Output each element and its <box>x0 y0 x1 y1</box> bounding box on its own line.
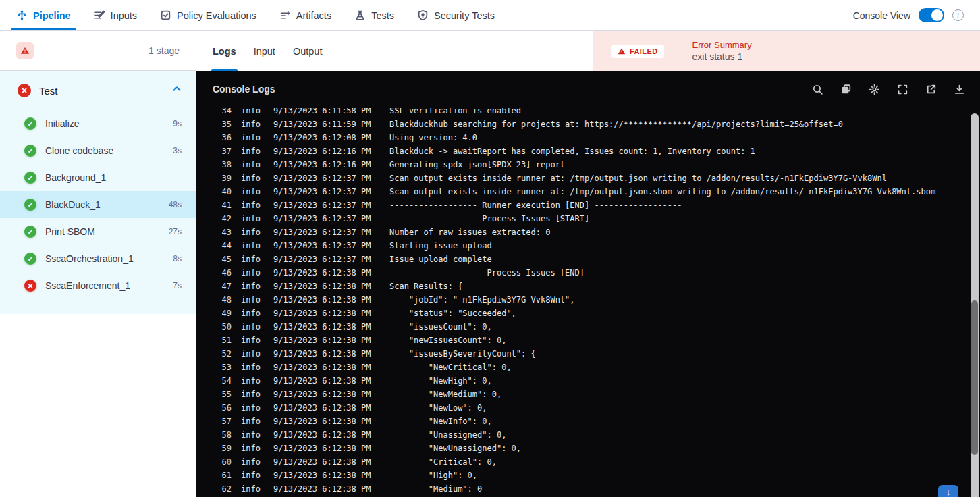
tab-security-tests[interactable]: Security Tests <box>417 0 495 30</box>
step-duration: 9s <box>173 119 182 128</box>
log-line-number: 61 <box>211 469 232 482</box>
console-scrollbar-track[interactable] <box>971 113 979 497</box>
search-icon[interactable] <box>811 83 823 95</box>
artifacts-icon <box>279 9 291 21</box>
log-level: info <box>241 131 264 145</box>
step-status-icon <box>24 253 36 265</box>
log-timestamp: 9/13/2023 6:11:59 PM <box>273 117 380 131</box>
log-line: 56 info 9/13/2023 6:12:38 PM "NewLow": 0… <box>196 401 969 415</box>
error-summary: FAILED Error Summary exit status 1 <box>593 31 980 71</box>
chevron-up-icon[interactable] <box>172 84 182 97</box>
log-line: 52 info 9/13/2023 6:12:38 PM "issuesBySe… <box>196 347 969 361</box>
log-line-number: 59 <box>211 442 232 455</box>
log-line: 44 info 9/13/2023 6:12:37 PM Starting is… <box>196 239 969 253</box>
log-level: info <box>241 117 264 131</box>
log-line-number: 34 <box>211 108 232 117</box>
step-row[interactable]: Clone codebase 3s <box>0 137 196 164</box>
log-timestamp: 9/13/2023 6:12:38 PM <box>273 347 380 361</box>
failed-badge: FAILED <box>611 45 664 58</box>
tab-pipeline[interactable]: Pipeline <box>16 0 71 30</box>
log-line: 46 info 9/13/2023 6:12:38 PM -----------… <box>196 266 969 280</box>
settings-icon[interactable] <box>868 83 880 95</box>
log-line: 61 info 9/13/2023 6:12:38 PM "High": 0, <box>196 469 969 482</box>
log-message: Using version: 4.0 <box>389 131 969 145</box>
open-in-new-icon[interactable] <box>925 83 937 95</box>
step-status-icon <box>24 172 36 184</box>
log-timestamp: 9/13/2023 6:12:38 PM <box>273 361 380 374</box>
log-timestamp: 9/13/2023 6:12:37 PM <box>273 212 380 226</box>
toggle-knob <box>931 9 943 21</box>
log-level: info <box>241 226 264 239</box>
log-line-number: 56 <box>211 401 232 415</box>
log-line-number: 51 <box>211 334 232 347</box>
tab-policy-evaluations[interactable]: Policy Evaluations <box>160 0 256 30</box>
step-row[interactable]: Initialize 9s <box>0 110 196 137</box>
log-message: ------------------ Runner execution [END… <box>389 199 969 212</box>
console-scrollbar-thumb[interactable] <box>971 300 978 455</box>
log-timestamp: 9/13/2023 6:12:38 PM <box>273 374 380 388</box>
log-timestamp: 9/13/2023 6:12:38 PM <box>273 482 380 496</box>
stage-header-test[interactable]: ✕ Test <box>0 71 196 110</box>
log-line-number: 50 <box>211 320 232 334</box>
log-line-number: 36 <box>211 131 232 145</box>
stage-panel: ✕ Test Initialize 9s Clone codebase 3s B… <box>0 71 196 314</box>
log-message: Number of raw issues extracted: 0 <box>389 226 969 239</box>
tab-tests[interactable]: Tests <box>354 0 394 30</box>
step-row[interactable]: BlackDuck_1 48s <box>0 191 196 218</box>
scroll-to-bottom-button[interactable]: ↓ <box>938 485 958 497</box>
step-duration: 48s <box>169 200 182 209</box>
step-name: Print SBOM <box>45 226 95 237</box>
log-level: info <box>241 320 264 334</box>
tab-policy-evaluations-label: Policy Evaluations <box>177 10 256 21</box>
tab-input[interactable]: Input <box>254 31 275 71</box>
log-timestamp: 9/13/2023 6:12:16 PM <box>273 158 380 172</box>
log-level: info <box>241 469 264 482</box>
error-summary-message: exit status 1 <box>692 51 752 62</box>
failed-badge-label: FAILED <box>630 47 658 55</box>
step-detail-tabs: Logs Input Output <box>196 31 322 71</box>
console-view-toggle[interactable] <box>919 8 944 22</box>
log-level: info <box>241 347 264 361</box>
tab-output[interactable]: Output <box>293 31 323 71</box>
tab-inputs[interactable]: Inputs <box>94 0 138 30</box>
info-icon[interactable]: i <box>952 9 964 21</box>
log-level: info <box>241 158 264 172</box>
log-message: Blackduckhub searching for projects at: … <box>389 117 969 131</box>
step-status-icon <box>24 226 36 238</box>
step-row[interactable]: SscaEnforcement_1 7s <box>0 272 196 299</box>
log-message: ------------------ Process Issues [START… <box>389 212 969 226</box>
log-viewport: 34 info 9/13/2023 6:11:58 PM SSL verific… <box>196 108 969 497</box>
log-timestamp: 9/13/2023 6:11:58 PM <box>273 108 380 117</box>
step-duration: 27s <box>169 227 182 236</box>
log-timestamp: 9/13/2023 6:12:38 PM <box>273 266 380 280</box>
log-message: Scan output exists inside runner at: /tm… <box>389 172 969 185</box>
step-row[interactable]: SscaOrchestration_1 8s <box>0 245 196 272</box>
log-line-number: 62 <box>211 482 232 496</box>
log-line-number: 60 <box>211 455 232 469</box>
download-icon[interactable] <box>953 83 965 95</box>
log-level: info <box>241 145 264 158</box>
log-level: info <box>241 415 264 428</box>
tab-artifacts[interactable]: Artifacts <box>279 0 331 30</box>
step-row[interactable]: Print SBOM 27s <box>0 218 196 245</box>
step-status-icon <box>24 117 36 130</box>
step-name: SscaOrchestration_1 <box>45 253 134 264</box>
policy-check-icon <box>160 9 171 21</box>
log-message: SSL verification is enabled <box>389 108 969 117</box>
log-level: info <box>241 307 264 320</box>
step-row[interactable]: Background_1 <box>0 164 196 191</box>
log-level: info <box>241 293 264 307</box>
tab-logs[interactable]: Logs <box>213 31 236 71</box>
log-line: 35 info 9/13/2023 6:11:59 PM Blackduckhu… <box>196 117 969 131</box>
console-logs-panel: Console Logs <box>196 71 980 497</box>
step-duration: 8s <box>173 254 182 263</box>
log-line: 54 info 9/13/2023 6:12:38 PM "NewHigh": … <box>196 374 969 388</box>
log-level: info <box>241 388 264 401</box>
log-line: 37 info 9/13/2023 6:12:16 PM Blackduck -… <box>196 145 969 158</box>
pipeline-icon <box>16 9 28 21</box>
log-message: "Unassigned": 0, <box>389 428 969 442</box>
log-message: ------------------- Process Issues [END]… <box>389 266 969 280</box>
copy-icon[interactable] <box>840 83 852 95</box>
fullscreen-icon[interactable] <box>896 83 908 95</box>
top-nav-tabs: Pipeline Inputs Policy Evaluations Artif… <box>16 0 495 30</box>
